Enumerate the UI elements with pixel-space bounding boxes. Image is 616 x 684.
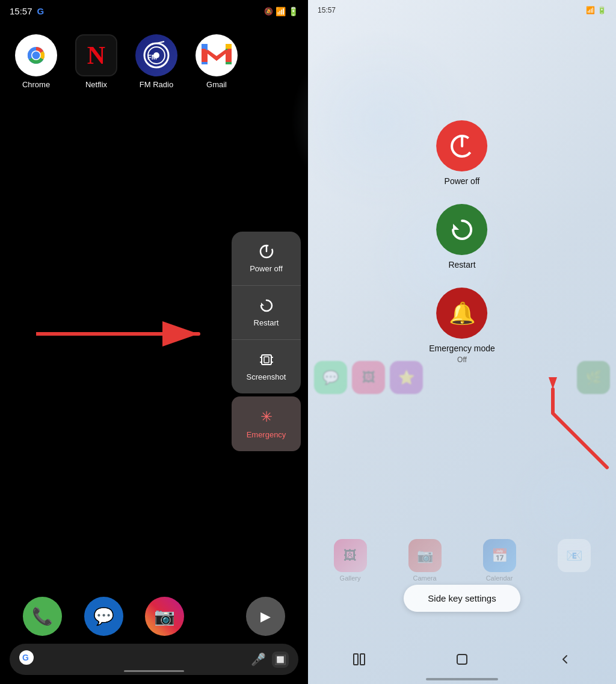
chrome-label: Chrome xyxy=(22,80,50,89)
google-indicator: G xyxy=(37,6,45,16)
right-status-icons: 📶 🔋 xyxy=(586,6,606,14)
svg-rect-33 xyxy=(360,654,365,665)
restart-label: Restart xyxy=(254,318,279,327)
restart-svg xyxy=(449,217,475,243)
bg-camera-label: Camera xyxy=(413,575,436,582)
battery-icon: 🔋 xyxy=(288,7,298,16)
restart-menu-item[interactable]: Restart xyxy=(232,286,301,340)
emergency-asterisk-icon: ✳ xyxy=(260,408,273,425)
lens-icon[interactable]: 🔲 xyxy=(272,652,289,668)
recent-apps-icon xyxy=(352,652,366,667)
emergency-mode-sublabel: Off xyxy=(457,356,467,364)
power-off-side-label: Power off xyxy=(445,176,480,186)
arrow-to-restart xyxy=(36,313,241,355)
back-button[interactable] xyxy=(553,647,577,673)
app-fm-radio[interactable]: FM FM Radio xyxy=(132,34,180,89)
restart-side-label: Restart xyxy=(448,260,475,270)
power-off-label: Power off xyxy=(250,264,283,273)
svg-text:FM: FM xyxy=(147,54,157,61)
instagram-icon: 📷 xyxy=(154,606,175,626)
bg-gallery-btn: 🖼 xyxy=(334,539,367,572)
emergency-bell-icon: 🔔 xyxy=(449,301,476,326)
bg-gallery-col: 🖼 Gallery xyxy=(334,539,367,582)
emergency-label: Emergency xyxy=(247,430,286,439)
chrome-app-icon[interactable] xyxy=(15,34,57,76)
instagram-dock-icon[interactable]: 📷 xyxy=(145,597,184,636)
microphone-icon[interactable]: 🎤 xyxy=(251,652,266,667)
status-bar-left: 15:57 G 🔕 📶 🔋 xyxy=(0,0,308,22)
recents-dock-icon[interactable]: ▶ xyxy=(246,597,285,636)
svg-rect-15 xyxy=(226,44,232,49)
home-indicator-left xyxy=(124,670,184,672)
bg-extra-icon: ⭐ xyxy=(390,361,423,394)
netflix-app-icon[interactable]: N xyxy=(75,34,117,76)
gmail-label: Gmail xyxy=(206,80,227,89)
power-menu-main: Power off Restart xyxy=(232,232,301,393)
gmail-app-icon[interactable] xyxy=(196,34,238,76)
right-panel: 💬 🖼 ⭐ 🌿 🖼 Gallery 📷 Camera 📅 Calendar 📧 xyxy=(308,0,616,684)
bg-camera-btn: 📷 xyxy=(408,539,442,572)
side-key-emergency[interactable]: 🔔 Emergency mode Off xyxy=(429,288,495,364)
screenshot-icon xyxy=(259,352,274,368)
status-bar-right: 15:57 📶 🔋 xyxy=(308,0,616,20)
screenshot-menu-item[interactable]: Screenshot xyxy=(232,340,301,393)
bottom-nav-bar xyxy=(308,636,616,684)
power-off-side-icon[interactable] xyxy=(437,120,488,171)
svg-rect-14 xyxy=(202,44,208,49)
power-off-menu-item[interactable]: Power off xyxy=(232,232,301,286)
bg-app-row-2: 🌿 xyxy=(577,361,610,394)
recent-apps-button[interactable] xyxy=(347,647,371,673)
power-off-icon xyxy=(259,244,274,259)
svg-rect-13 xyxy=(226,62,232,64)
status-right: 🔕 📶 🔋 xyxy=(264,7,298,16)
app-gmail[interactable]: Gmail xyxy=(192,34,241,89)
bg-calendar-btn: 📅 xyxy=(483,539,516,572)
app-netflix[interactable]: N Netflix xyxy=(72,34,120,89)
svg-rect-34 xyxy=(457,655,467,664)
emergency-menu-item[interactable]: ✳ Emergency xyxy=(232,396,301,451)
power-menu: Power off Restart xyxy=(232,232,301,451)
bg-gmail-col: 📧 xyxy=(558,539,591,582)
bg-camera-col: 📷 Camera xyxy=(408,539,442,582)
left-panel: 15:57 G 🔕 📶 🔋 xyxy=(0,0,308,684)
restart-side-icon[interactable] xyxy=(437,204,488,255)
home-icon xyxy=(455,652,469,667)
emergency-mode-label: Emergency mode xyxy=(429,344,495,353)
svg-rect-20 xyxy=(264,357,269,363)
svg-rect-12 xyxy=(202,62,208,64)
phone-dock-icon[interactable]: 📞 xyxy=(23,597,62,636)
messages-icon: 💬 xyxy=(93,606,114,626)
side-key-power-off[interactable]: Power off xyxy=(437,120,488,186)
emergency-side-icon[interactable]: 🔔 xyxy=(437,288,488,339)
right-signal-icon: 📶 xyxy=(586,6,595,14)
right-time: 15:57 xyxy=(318,6,336,14)
back-icon xyxy=(558,652,572,667)
app-chrome[interactable]: Chrome xyxy=(12,34,60,89)
svg-text:G: G xyxy=(22,653,29,662)
screenshot-label: Screenshot xyxy=(247,372,286,381)
app-dock: 📞 💬 📷 ▶ xyxy=(0,597,308,636)
bg-gmail-btn: 📧 xyxy=(558,539,591,572)
svg-marker-30 xyxy=(453,224,459,230)
fm-radio-app-icon[interactable]: FM xyxy=(135,34,177,76)
svg-point-3 xyxy=(32,52,40,60)
time-display: 15:57 xyxy=(10,6,32,16)
status-left: 15:57 G xyxy=(10,6,44,16)
fm-radio-label: FM Radio xyxy=(140,80,173,89)
right-battery-icon: 🔋 xyxy=(597,6,606,14)
google-g-icon: G xyxy=(19,650,34,668)
bg-extra2-icon: 🌿 xyxy=(577,361,610,394)
signal-icon: 📶 xyxy=(276,7,286,16)
side-key-menu: Power off Restart 🔔 Emergency mode Off xyxy=(429,120,495,364)
side-key-settings-button[interactable]: Side key settings xyxy=(404,585,520,612)
bg-bottom-apps: 🖼 Gallery 📷 Camera 📅 Calendar 📧 xyxy=(308,539,616,582)
phone-icon: 📞 xyxy=(32,606,53,626)
bg-gallery-label: Gallery xyxy=(340,575,361,582)
home-button[interactable] xyxy=(450,647,474,673)
bg-wa-icon: 💬 xyxy=(314,361,347,394)
notification-icon: 🔕 xyxy=(264,7,273,16)
messages-dock-icon[interactable]: 💬 xyxy=(84,597,123,636)
bg-gallery-icon: 🖼 xyxy=(352,361,385,394)
bg-app-row-1: 💬 🖼 ⭐ xyxy=(314,361,423,394)
side-key-restart[interactable]: Restart xyxy=(437,204,488,270)
